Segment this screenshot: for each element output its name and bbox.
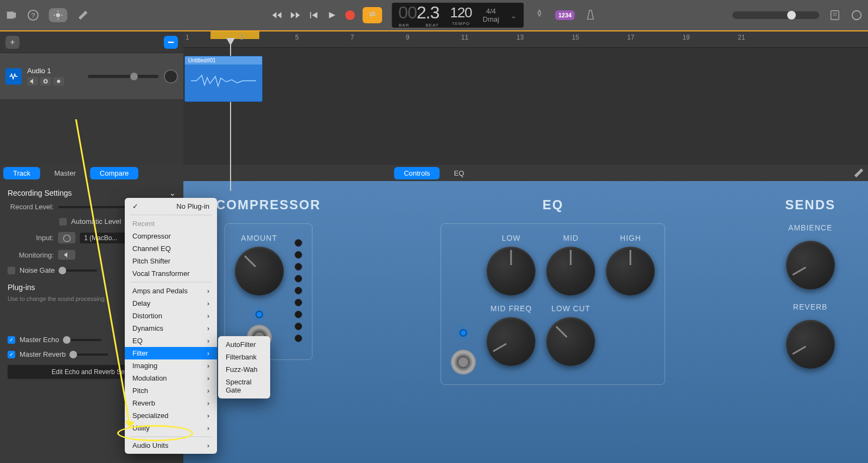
menu-item[interactable]: Reverb xyxy=(125,397,217,409)
submenu-item[interactable]: Spectral Gate xyxy=(218,376,270,396)
lcd-display[interactable]: 002.3 BARBEAT 120 TEMPO 4/4 Dmaj ⌄ xyxy=(392,3,524,28)
rewind-button[interactable] xyxy=(271,10,282,20)
eq-led xyxy=(459,329,467,337)
menu-item[interactable]: Imaging xyxy=(125,359,217,372)
filter-submenu: AutoFilter Filterbank Fuzz-Wah Spectral … xyxy=(218,336,270,398)
lcd-tempo[interactable]: 120 xyxy=(450,4,471,21)
menu-recent-header: Recent xyxy=(125,217,217,230)
region-view-button[interactable] xyxy=(164,36,178,49)
menu-item[interactable]: Compressor xyxy=(125,230,217,242)
audio-region[interactable]: Untitled#01 xyxy=(184,56,263,102)
metronome-icon[interactable] xyxy=(585,9,597,21)
master-echo-slider[interactable] xyxy=(63,339,101,341)
help-icon[interactable]: ? xyxy=(27,9,39,21)
menu-item[interactable]: Amps and Pedals xyxy=(125,285,217,297)
forward-button[interactable] xyxy=(290,10,301,20)
add-track-button[interactable]: + xyxy=(5,36,20,49)
master-volume-slider[interactable] xyxy=(732,11,819,19)
reverb-knob[interactable] xyxy=(786,320,835,369)
eq-switch[interactable] xyxy=(451,350,476,375)
menu-item[interactable]: EQ xyxy=(125,335,217,347)
recording-settings-title: Recording Settings xyxy=(8,189,72,197)
lcd-bars-dim: 00 xyxy=(398,3,417,22)
view-mode-button[interactable] xyxy=(49,8,67,22)
sends-title: SENDS xyxy=(785,197,835,213)
eq-low-knob[interactable] xyxy=(487,247,535,295)
plugin-context-menu: No Plug-in Recent Compressor Channel EQ … xyxy=(125,198,217,454)
track-type-icon xyxy=(5,68,22,85)
waveform-icon xyxy=(185,65,262,97)
menu-item[interactable]: Vocal Transformer xyxy=(125,267,217,280)
ambience-knob[interactable] xyxy=(786,241,835,290)
tab-controls[interactable]: Controls xyxy=(394,167,439,179)
menu-no-plugin[interactable]: No Plug-in xyxy=(125,200,217,213)
compressor-title: COMPRESSOR xyxy=(216,197,321,213)
tab-track[interactable]: Track xyxy=(3,167,40,179)
master-reverb-checkbox[interactable] xyxy=(8,351,15,358)
edit-smart-controls-icon[interactable] xyxy=(853,167,865,179)
menu-item[interactable]: Channel EQ xyxy=(125,242,217,255)
track-name: Audio 1 xyxy=(27,67,82,75)
submenu-item[interactable]: Fuzz-Wah xyxy=(218,363,270,376)
menu-item[interactable]: Modulation xyxy=(125,372,217,384)
eq-high-knob[interactable] xyxy=(606,247,655,295)
compressor-meter xyxy=(295,239,302,350)
go-to-start-button[interactable] xyxy=(308,10,319,20)
auto-level-checkbox[interactable] xyxy=(59,218,67,226)
count-in-badge[interactable]: 1234 xyxy=(555,10,575,20)
submenu-item[interactable]: AutoFilter xyxy=(218,338,270,351)
transport-controls xyxy=(271,7,382,23)
menu-audio-units[interactable]: Audio Units xyxy=(125,439,217,452)
menu-item[interactable]: Specialized xyxy=(125,409,217,422)
ruler[interactable]: 1 3 5 7 9 11 13 15 17 19 21 xyxy=(183,31,868,48)
tracks-area: + Audio 1 1 3 5 7 9 11 1 xyxy=(0,31,868,165)
monitoring-button[interactable] xyxy=(58,250,75,260)
mute-button[interactable] xyxy=(27,77,38,86)
input-monitor-button[interactable] xyxy=(53,77,64,86)
cycle-button[interactable] xyxy=(362,7,382,23)
menu-item[interactable]: Delay xyxy=(125,297,217,310)
solo-button[interactable] xyxy=(40,77,51,86)
library-icon[interactable] xyxy=(5,9,17,21)
master-reverb-slider[interactable] xyxy=(70,353,108,356)
menu-item[interactable]: Utility xyxy=(125,422,217,434)
eq-mid-freq-knob[interactable] xyxy=(487,317,535,366)
track-row[interactable]: Audio 1 xyxy=(0,53,183,99)
track-pan-knob[interactable] xyxy=(164,69,178,83)
menu-item[interactable]: Pitch xyxy=(125,384,217,397)
notepad-icon[interactable] xyxy=(829,9,841,21)
svg-rect-11 xyxy=(168,41,174,42)
tab-eq[interactable]: EQ xyxy=(444,167,474,179)
menu-item[interactable]: Pitch Shifter xyxy=(125,255,217,267)
menu-item[interactable]: Dynamics xyxy=(125,322,217,335)
menu-item[interactable]: Distortion xyxy=(125,310,217,322)
cycle-region[interactable] xyxy=(210,31,259,39)
submenu-item[interactable]: Filterbank xyxy=(218,351,270,363)
loop-browser-icon[interactable] xyxy=(851,9,863,21)
svg-point-12 xyxy=(57,80,60,83)
tuner-icon[interactable] xyxy=(533,9,545,21)
compressor-led xyxy=(256,311,263,318)
tab-compare[interactable]: Compare xyxy=(90,167,138,179)
track-volume-slider[interactable] xyxy=(88,75,158,78)
svg-point-2 xyxy=(56,13,60,17)
svg-point-10 xyxy=(852,11,861,20)
edit-icon[interactable] xyxy=(77,9,89,21)
lcd-signature[interactable]: 4/4 xyxy=(486,7,496,15)
record-button[interactable] xyxy=(345,10,355,20)
region-name: Untitled#01 xyxy=(185,56,262,65)
noise-gate-slider[interactable] xyxy=(59,269,97,272)
eq-low-cut-knob[interactable] xyxy=(546,317,595,366)
eq-mid-knob[interactable] xyxy=(546,247,595,295)
chevron-down-icon[interactable]: ⌄ xyxy=(169,189,176,197)
lcd-key[interactable]: Dmaj xyxy=(483,15,499,23)
compressor-amount-knob[interactable] xyxy=(235,247,284,295)
tab-master[interactable]: Master xyxy=(44,167,86,179)
timeline[interactable]: 1 3 5 7 9 11 13 15 17 19 21 Untitled#01 xyxy=(183,31,868,165)
play-button[interactable] xyxy=(327,10,337,20)
input-mode-button[interactable]: ◯ xyxy=(58,232,75,243)
noise-gate-checkbox[interactable] xyxy=(8,267,15,274)
master-echo-checkbox[interactable] xyxy=(8,336,15,344)
tracks-sidebar: + Audio 1 xyxy=(0,31,183,165)
menu-item-filter[interactable]: Filter xyxy=(125,347,217,359)
